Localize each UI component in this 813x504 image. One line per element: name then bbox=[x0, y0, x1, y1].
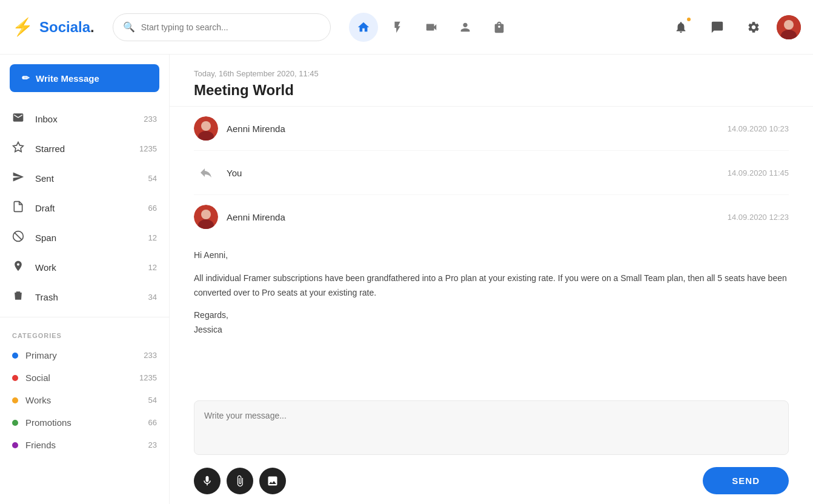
sidebar-item-sent[interactable]: Sent 54 bbox=[0, 164, 169, 193]
reply-area bbox=[170, 400, 813, 457]
thread-item-3: Aenni Mirenda 14.09.2020 12:23 bbox=[194, 195, 789, 239]
work-icon bbox=[12, 260, 29, 275]
avatar[interactable] bbox=[777, 15, 801, 39]
sent-count: 54 bbox=[148, 174, 157, 183]
reply-avatar bbox=[194, 161, 218, 185]
reply-input[interactable] bbox=[194, 400, 789, 455]
action-buttons bbox=[194, 468, 286, 494]
search-input[interactable] bbox=[141, 22, 320, 32]
svg-point-7 bbox=[201, 121, 211, 131]
work-label: Work bbox=[35, 262, 148, 273]
friends-label: Friends bbox=[25, 440, 148, 450]
reply-icon bbox=[194, 161, 218, 185]
works-dot bbox=[12, 397, 18, 403]
nav-bag-btn[interactable] bbox=[485, 13, 514, 42]
chat-btn[interactable] bbox=[704, 14, 731, 41]
sidebar-item-trash[interactable]: Trash 34 bbox=[0, 282, 169, 312]
content-area: Today, 16th September 2020, 11:45 Meetin… bbox=[170, 55, 813, 504]
draft-label: Draft bbox=[35, 203, 148, 213]
sender-time-3: 14.09.2020 12:23 bbox=[728, 213, 789, 222]
categories-header: CATEGORIES bbox=[0, 322, 169, 344]
sender-time-2: 14.09.2020 11:45 bbox=[728, 168, 789, 177]
trash-label: Trash bbox=[35, 292, 148, 302]
body-para1: All individual Framer subscriptions have… bbox=[194, 271, 789, 300]
send-button[interactable]: SEND bbox=[703, 467, 789, 494]
nav-person-btn[interactable] bbox=[451, 13, 480, 42]
reply-actions: SEND bbox=[170, 457, 813, 504]
friends-count: 23 bbox=[148, 440, 157, 449]
nav-home-btn[interactable] bbox=[349, 13, 378, 42]
avatar-image bbox=[777, 15, 801, 39]
write-icon: ✏ bbox=[22, 73, 30, 84]
primary-dot bbox=[12, 353, 18, 359]
sidebar-item-starred[interactable]: Starred 1235 bbox=[0, 134, 169, 164]
promotions-label: Promotions bbox=[25, 417, 148, 428]
social-count: 1235 bbox=[139, 373, 157, 382]
inbox-label: Inbox bbox=[35, 114, 144, 124]
right-icons bbox=[668, 14, 801, 41]
inbox-icon bbox=[12, 111, 29, 127]
starred-label: Starred bbox=[35, 144, 139, 154]
sender-name-3: Aenni Mirenda bbox=[227, 212, 728, 222]
logo-icon: ⚡ bbox=[12, 17, 33, 37]
social-dot bbox=[12, 375, 18, 381]
category-friends[interactable]: Friends 23 bbox=[0, 434, 169, 456]
category-works[interactable]: Works 54 bbox=[0, 389, 169, 411]
nav-icons bbox=[349, 13, 668, 42]
sidebar-item-work[interactable]: Work 12 bbox=[0, 253, 169, 282]
notification-btn[interactable] bbox=[668, 14, 694, 41]
draft-count: 66 bbox=[148, 204, 157, 213]
inbox-count: 233 bbox=[144, 114, 157, 124]
write-label: Write Message bbox=[36, 73, 99, 84]
settings-btn[interactable] bbox=[740, 14, 767, 41]
message-header: Today, 16th September 2020, 11:45 Meetin… bbox=[170, 55, 813, 107]
work-count: 12 bbox=[148, 263, 157, 272]
sent-icon bbox=[12, 171, 29, 186]
notification-dot bbox=[686, 16, 692, 22]
promotions-dot bbox=[12, 420, 18, 426]
promotions-count: 66 bbox=[148, 418, 157, 427]
mic-button[interactable] bbox=[194, 468, 221, 494]
span-count: 12 bbox=[148, 233, 157, 242]
span-icon bbox=[12, 230, 29, 245]
primary-label: Primary bbox=[25, 350, 144, 360]
message-date: Today, 16th September 2020, 11:45 bbox=[194, 69, 789, 78]
sidebar-item-span[interactable]: Span 12 bbox=[0, 223, 169, 253]
primary-count: 233 bbox=[144, 351, 157, 360]
sender-name-2: You bbox=[227, 168, 728, 178]
starred-icon bbox=[12, 141, 29, 156]
sent-label: Sent bbox=[35, 173, 148, 184]
sender-time-1: 14.09.2020 10:23 bbox=[728, 124, 789, 133]
email-body: Hi Aenni, All individual Framer subscrip… bbox=[194, 239, 789, 356]
attach-button[interactable] bbox=[227, 468, 253, 494]
sidebar: ✏ Write Message Inbox 233 Starred 1235 S… bbox=[0, 55, 170, 504]
draft-icon bbox=[12, 201, 29, 216]
write-message-button[interactable]: ✏ Write Message bbox=[10, 64, 159, 92]
category-social[interactable]: Social 1235 bbox=[0, 366, 169, 389]
svg-point-1 bbox=[784, 20, 794, 30]
trash-icon bbox=[12, 290, 29, 305]
sender-name-1: Aenni Mirenda bbox=[227, 124, 728, 134]
svg-marker-3 bbox=[13, 142, 24, 152]
logo-text: Sociala. bbox=[39, 19, 95, 36]
svg-line-5 bbox=[15, 233, 22, 240]
message-thread: Aenni Mirenda 14.09.2020 10:23 You 14.09… bbox=[170, 107, 813, 400]
nav-flash-btn[interactable] bbox=[383, 13, 412, 42]
works-count: 54 bbox=[148, 396, 157, 405]
svg-point-10 bbox=[201, 210, 211, 219]
sender-avatar-3 bbox=[194, 205, 218, 229]
topnav: ⚡ Sociala. 🔍 bbox=[0, 0, 813, 55]
friends-dot bbox=[12, 442, 18, 448]
nav-video-btn[interactable] bbox=[417, 13, 446, 42]
main-layout: ✏ Write Message Inbox 233 Starred 1235 S… bbox=[0, 55, 813, 504]
thread-item-2: You 14.09.2020 11:45 bbox=[194, 151, 789, 195]
sidebar-item-inbox[interactable]: Inbox 233 bbox=[0, 104, 169, 134]
logo: ⚡ Sociala. bbox=[12, 17, 95, 37]
category-promotions[interactable]: Promotions 66 bbox=[0, 411, 169, 434]
category-primary[interactable]: Primary 233 bbox=[0, 344, 169, 366]
sidebar-divider bbox=[0, 317, 169, 317]
image-button[interactable] bbox=[259, 468, 286, 494]
message-title: Meeting World bbox=[194, 82, 789, 99]
trash-count: 34 bbox=[148, 293, 157, 302]
sidebar-item-draft[interactable]: Draft 66 bbox=[0, 193, 169, 223]
